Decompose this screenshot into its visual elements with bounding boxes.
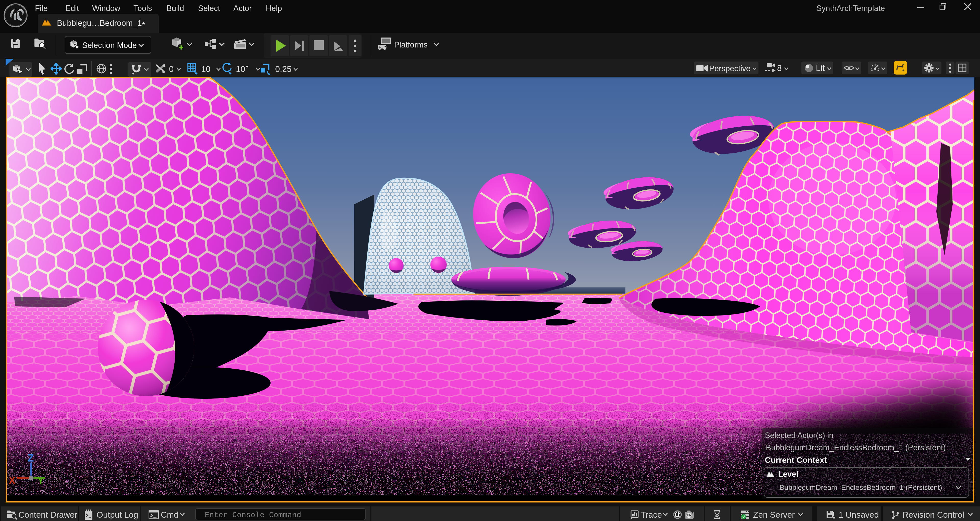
svg-text:Y: Y [37, 475, 44, 486]
svg-text:X: X [9, 475, 16, 486]
svg-text:Z: Z [27, 452, 34, 464]
